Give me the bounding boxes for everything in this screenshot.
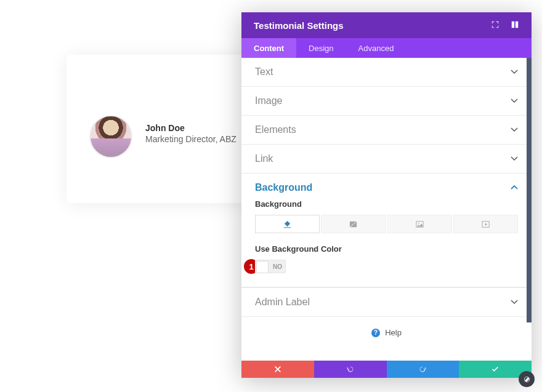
section-elements[interactable]: Elements xyxy=(241,116,532,145)
panel-footer xyxy=(241,361,532,378)
bg-tab-gradient[interactable] xyxy=(321,215,386,233)
bg-tab-color[interactable] xyxy=(255,215,320,233)
undo-button[interactable] xyxy=(314,361,387,378)
help-row[interactable]: ? Help xyxy=(241,317,532,348)
settings-panel: Testimonial Settings Content Design Adva… xyxy=(241,12,532,378)
section-link[interactable]: Link xyxy=(241,145,532,174)
chevron-up-icon xyxy=(511,184,518,191)
columns-icon[interactable] xyxy=(511,20,519,31)
avatar xyxy=(89,115,132,158)
background-label: Background xyxy=(255,199,518,209)
tab-content[interactable]: Content xyxy=(241,38,296,58)
section-background[interactable]: Background xyxy=(241,174,532,199)
bg-tab-video[interactable] xyxy=(453,215,518,233)
chevron-down-icon xyxy=(511,68,518,76)
chevron-down-icon xyxy=(511,97,518,105)
person-meta: Marketing Director, ABZ xyxy=(145,134,237,144)
chevron-down-icon xyxy=(511,126,518,134)
help-label: Help xyxy=(385,328,402,337)
panel-title: Testimonial Settings xyxy=(254,20,344,31)
use-bg-color-label: Use Background Color xyxy=(255,244,518,254)
expand-icon[interactable] xyxy=(491,20,500,31)
bg-tab-image[interactable] xyxy=(387,215,452,233)
svg-rect-0 xyxy=(512,21,514,28)
chevron-down-icon xyxy=(511,298,518,306)
tab-design[interactable]: Design xyxy=(296,38,346,58)
panel-body: Text Image Elements Link Background Back… xyxy=(241,58,532,361)
section-text[interactable]: Text xyxy=(241,58,532,87)
scrollbar[interactable] xyxy=(527,58,532,322)
tabs: Content Design Advanced xyxy=(241,38,532,58)
background-type-tabs xyxy=(255,215,518,233)
help-icon: ? xyxy=(371,329,380,337)
section-admin-label[interactable]: Admin Label xyxy=(241,287,532,317)
use-bg-color-toggle[interactable]: NO xyxy=(255,260,286,273)
panel-header: Testimonial Settings xyxy=(241,12,532,38)
redo-button[interactable] xyxy=(387,361,459,378)
svg-point-4 xyxy=(418,223,419,224)
person-name: John Doe xyxy=(145,123,185,133)
background-body: Background Use Background Color 1 NO xyxy=(241,199,532,287)
svg-rect-1 xyxy=(516,21,518,28)
chevron-down-icon xyxy=(511,155,518,162)
section-image[interactable]: Image xyxy=(241,87,532,116)
cancel-button[interactable] xyxy=(241,361,314,378)
tab-advanced[interactable]: Advanced xyxy=(346,38,407,58)
settings-fab[interactable] xyxy=(519,371,535,387)
